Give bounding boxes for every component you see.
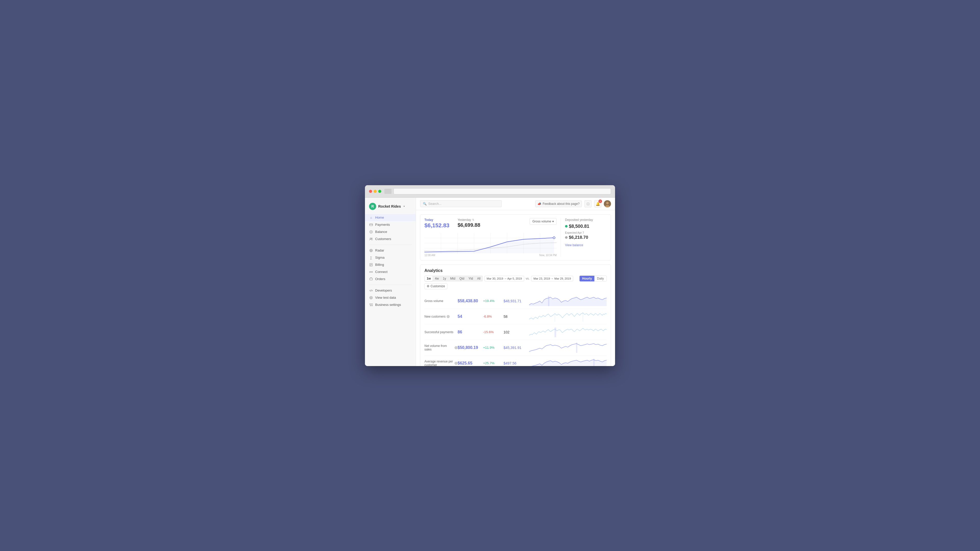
sidebar-item-sigma[interactable]: ∑ Sigma bbox=[365, 254, 416, 261]
url-bar bbox=[384, 188, 611, 194]
sidebar-item-balance[interactable]: Balance bbox=[365, 228, 416, 235]
svg-rect-19 bbox=[369, 304, 371, 304]
expected-amount: $6,218.70 bbox=[565, 235, 607, 240]
metric-change: +11.9% bbox=[483, 346, 504, 349]
customize-button[interactable]: ⚙ Customize bbox=[425, 283, 447, 289]
metric-row-avg-revenue: Average revenue per customer i $625.65 +… bbox=[425, 356, 607, 366]
daily-tab[interactable]: Daily bbox=[594, 276, 606, 281]
sidebar-item-radar[interactable]: Radar bbox=[365, 247, 416, 254]
metric-row-net-volume: Net volume from sales i $50,800.19 +11.9… bbox=[425, 340, 607, 356]
deposit-amount: $8,500.81 bbox=[565, 224, 607, 229]
time-tab-4w[interactable]: 4w bbox=[433, 276, 441, 281]
sidebar-item-label: Home bbox=[375, 216, 384, 219]
docs-button[interactable]: □ bbox=[584, 200, 592, 207]
metric-change: +19.4% bbox=[483, 299, 504, 303]
feedback-button[interactable]: 📣 Feedback about this page? bbox=[535, 200, 582, 207]
customers-icon bbox=[369, 237, 373, 241]
sidebar-item-billing[interactable]: Billing bbox=[365, 261, 416, 268]
analytics-title: Analytics bbox=[425, 268, 607, 273]
metric-name: Gross volume bbox=[425, 299, 458, 303]
back-button[interactable] bbox=[384, 189, 391, 194]
chart-time-labels: 12:00 AM Now, 10:34 PM bbox=[425, 254, 557, 257]
time-tab-ytd[interactable]: Ytd bbox=[466, 276, 475, 281]
date-range-current[interactable]: Mar 30, 2019 → Apr 5, 2019 bbox=[484, 276, 524, 281]
deposit-dot-gray bbox=[565, 236, 568, 239]
metric-previous: 58 bbox=[504, 314, 529, 319]
sigma-icon: ∑ bbox=[369, 256, 373, 260]
notification-badge: 1 bbox=[598, 200, 602, 203]
metric-name: New customers i bbox=[425, 315, 458, 318]
time-tab-1y[interactable]: 1y bbox=[441, 276, 448, 281]
time-tab-mtd[interactable]: Mtd bbox=[449, 276, 457, 281]
yesterday-value: $6,699.88 bbox=[458, 222, 480, 228]
today-stats: Today $6,152.83 Yesterday ⇅ $6,699.88 bbox=[425, 218, 480, 229]
svg-rect-20 bbox=[371, 304, 372, 304]
billing-icon bbox=[369, 263, 373, 267]
today-label: Today bbox=[425, 218, 449, 222]
sidebar-item-payments[interactable]: Payments bbox=[365, 221, 416, 228]
metric-current: $58,438.80 bbox=[458, 299, 483, 303]
avatar[interactable] bbox=[604, 200, 611, 207]
search-input[interactable]: Search... bbox=[428, 202, 442, 206]
metric-name: Successful payments bbox=[425, 330, 458, 334]
metric-previous: $497.56 bbox=[504, 361, 529, 365]
app-layout: R Rocket Rides ▾ ⌂ Home Payments bbox=[365, 198, 615, 366]
close-icon[interactable] bbox=[369, 190, 372, 193]
yesterday-label: Yesterday ⇅ bbox=[458, 218, 480, 222]
today-value: $6,152.83 bbox=[425, 222, 449, 229]
radar-icon bbox=[369, 248, 373, 252]
brand-logo[interactable]: R Rocket Rides ▾ bbox=[365, 202, 416, 214]
content-area: Today $6,152.83 Yesterday ⇅ $6,699.88 bbox=[416, 210, 615, 366]
hourly-tab[interactable]: Hourly bbox=[579, 276, 594, 281]
deposit-dot-green bbox=[565, 225, 568, 227]
developers-icon bbox=[369, 289, 373, 292]
metric-current: $50,800.19 bbox=[458, 345, 483, 350]
date-range-previous[interactable]: Mar 23, 2019 → Mar 29, 2019 bbox=[531, 276, 573, 281]
sidebar-item-customers[interactable]: Customers bbox=[365, 235, 416, 243]
svg-point-3 bbox=[370, 238, 371, 239]
sidebar-item-label: Balance bbox=[375, 230, 387, 233]
url-input[interactable] bbox=[393, 188, 611, 194]
notifications-button[interactable]: 🔔 1 bbox=[594, 200, 601, 207]
sidebar-item-developers[interactable]: Developers bbox=[365, 287, 416, 294]
info-icon: i bbox=[455, 362, 458, 365]
today-chart-area: Today $6,152.83 Yesterday ⇅ $6,699.88 bbox=[425, 218, 557, 257]
svg-point-18 bbox=[371, 297, 372, 298]
today-chart-svg bbox=[425, 233, 557, 253]
sidebar-item-view-test-data[interactable]: View test data bbox=[365, 294, 416, 301]
time-tabs: 1w 4w 1y Mtd Qtd Ytd All bbox=[425, 275, 483, 282]
svg-rect-0 bbox=[369, 224, 372, 226]
sidebar-item-label: Business settings bbox=[375, 303, 401, 306]
sidebar-item-connect[interactable]: Connect bbox=[365, 268, 416, 275]
feedback-icon: 📣 bbox=[538, 202, 541, 206]
gross-volume-dropdown[interactable]: Gross volume ▾ bbox=[530, 218, 557, 225]
sidebar-item-label: View test data bbox=[375, 295, 396, 300]
minimize-icon[interactable] bbox=[374, 190, 377, 193]
balance-icon bbox=[369, 230, 373, 234]
metric-row-successful-payments: Successful payments 86 -15.6% 102 bbox=[425, 324, 607, 340]
search-box[interactable]: 🔍 Search... bbox=[420, 200, 502, 207]
sidebar-item-home[interactable]: ⌂ Home bbox=[365, 214, 416, 221]
deposit-section: Deposited yesterday $8,500.81 Expected A… bbox=[561, 218, 607, 257]
sidebar-nav: ⌂ Home Payments Balance bbox=[365, 214, 416, 308]
sidebar-item-label: Orders bbox=[375, 277, 385, 281]
sidebar-item-orders[interactable]: Orders bbox=[365, 275, 416, 283]
maximize-icon[interactable] bbox=[378, 190, 381, 193]
svg-point-37 bbox=[553, 237, 555, 239]
view-balance-link[interactable]: View balance bbox=[565, 243, 583, 247]
sidebar-item-business-settings[interactable]: Business settings bbox=[365, 301, 416, 308]
time-tab-1w[interactable]: 1w bbox=[425, 276, 433, 281]
sidebar-item-label: Payments bbox=[375, 223, 390, 227]
sidebar-item-label: Radar bbox=[375, 248, 384, 252]
svg-rect-15 bbox=[370, 278, 372, 280]
today-chart bbox=[425, 233, 557, 253]
brand-name: Rocket Rides bbox=[378, 204, 401, 208]
metric-change: +25.7% bbox=[483, 361, 504, 365]
main-content: 🔍 Search... 📣 Feedback about this page? … bbox=[416, 198, 615, 366]
svg-point-13 bbox=[372, 272, 372, 272]
time-tab-qtd[interactable]: Qtd bbox=[458, 276, 466, 281]
info-icon: i bbox=[455, 346, 458, 349]
time-tab-all[interactable]: All bbox=[475, 276, 482, 281]
metric-sparkline bbox=[529, 343, 607, 353]
feedback-label: Feedback about this page? bbox=[542, 202, 579, 206]
